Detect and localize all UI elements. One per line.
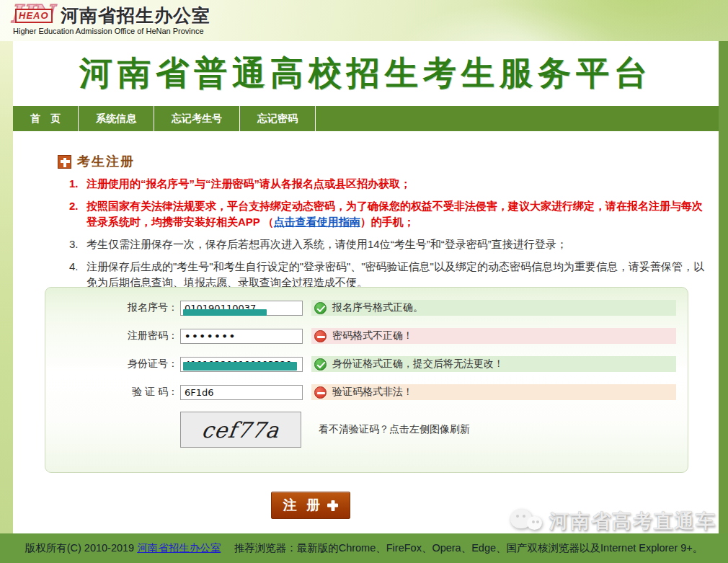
wechat-eye <box>536 520 539 523</box>
wechat-eye <box>516 515 519 518</box>
watermark-text: 河南省高考直通车 <box>549 508 716 534</box>
wechat-icon <box>509 506 543 536</box>
registration-password-label: 注册密码： <box>45 329 178 342</box>
recommended-browsers-text: 推荐浏览器：最新版的Chrome、FireFox、Opera、Edge、国产双核… <box>223 541 703 555</box>
instruction-text: 注册使用的“报名序号”与“注册密码”请从各报名点或县区招办获取； <box>86 176 411 192</box>
success-icon <box>314 302 327 314</box>
section-title: 考生注册 <box>77 153 135 170</box>
org-name-cn: 河南省招生办公室 <box>61 4 210 27</box>
captcha-code: cef77a <box>200 417 282 443</box>
instruction-number: 2. <box>69 198 86 230</box>
registration-serial-wrap <box>180 301 303 316</box>
captcha-image[interactable]: cef77a <box>180 412 301 448</box>
instruction-text: 按照国家有关法律法规要求，平台支持绑定动态密码，为了确保您的权益不受非法侵害，建… <box>86 198 708 230</box>
usage-guide-link[interactable]: 点击查看使用指南 <box>274 216 360 228</box>
plus-icon <box>327 500 338 511</box>
instruction-item: 1. 注册使用的“报名序号”与“注册密码”请从各报名点或县区招办获取； <box>69 176 708 192</box>
id-number-label: 身份证号： <box>45 358 178 371</box>
title-band: 河南省普通高校招生考生服务平台 <box>13 41 719 106</box>
instruction-number: 3. <box>69 236 86 252</box>
footer: 版权所有(C) 2010-2019 河南省招生办公室 推荐浏览器：最新版的Chr… <box>0 533 728 563</box>
heao-logo: HN HEAO <box>10 2 58 27</box>
status-message: 密码格式不正确！ <box>311 328 676 344</box>
status-message: 验证码格式非法！ <box>311 384 676 400</box>
registration-form-panel: 报名序号： 报名序号格式正确。 注册密码： 密码格式不正确！ <box>45 287 688 473</box>
register-button[interactable]: 注 册 <box>271 492 350 519</box>
org-name-en: Higher Education Admission Office of HeN… <box>13 27 204 35</box>
instruction-text-after: ）的手机； <box>360 216 414 228</box>
instruction-number: 4. <box>69 259 86 291</box>
redaction-bar <box>183 309 267 316</box>
section-header: 考生注册 <box>58 153 135 170</box>
error-icon <box>314 386 327 399</box>
main-content: 考生注册 1. 注册使用的“报名序号”与“注册密码”请从各报名点或县区招办获取；… <box>13 131 719 533</box>
id-number-wrap <box>180 357 303 372</box>
status-text: 验证码格式非法！ <box>332 386 413 399</box>
captcha-input[interactable] <box>180 385 303 400</box>
wechat-watermark: 河南省高考直通车 <box>509 506 716 536</box>
error-icon <box>314 330 327 342</box>
form-row-registration-serial: 报名序号： 报名序号格式正确。 <box>45 299 688 316</box>
instruction-text: 注册保存后生成的"考生号"和考生自行设定的"登录密码"、"密码验证信息"以及绑定… <box>86 259 708 291</box>
nav-item-forgot-password[interactable]: 忘记密码 <box>240 106 316 131</box>
register-button-label: 注 册 <box>283 496 323 515</box>
form-row-captcha: 验 证 码： 验证码格式非法！ <box>45 384 688 401</box>
captcha-input-wrap <box>180 385 303 400</box>
instruction-item: 2. 按照国家有关法律法规要求，平台支持绑定动态密码，为了确保您的权益不受非法侵… <box>69 198 708 230</box>
copyright-text: 版权所有(C) 2010-2019 <box>25 541 135 555</box>
status-text: 报名序号格式正确。 <box>332 301 423 314</box>
footer-org-link[interactable]: 河南省招生办公室 <box>137 541 221 555</box>
instruction-item: 4. 注册保存后生成的"考生号"和考生自行设定的"登录密码"、"密码验证信息"以… <box>69 259 708 291</box>
registration-password-wrap <box>180 329 303 344</box>
instruction-text: 考生仅需注册保存一次，保存后若想再次进入系统，请使用14位“考生号”和“登录密码… <box>86 236 567 252</box>
left-border-strip <box>0 41 13 533</box>
registration-password-input[interactable] <box>180 329 303 344</box>
wechat-eye <box>532 520 535 523</box>
right-border-strip <box>719 41 728 533</box>
nav-item-forgot-examinee-no[interactable]: 忘记考生号 <box>154 106 240 131</box>
redaction-bar <box>183 362 297 371</box>
success-icon <box>314 358 327 371</box>
top-banner: HN HEAO 河南省招生办公室 Higher Education Admiss… <box>0 0 728 41</box>
plus-icon <box>58 155 71 169</box>
wechat-eye <box>523 515 525 518</box>
page-title: 河南省普通高校招生考生服务平台 <box>79 51 652 96</box>
registration-serial-label: 报名序号： <box>45 301 178 314</box>
form-row-id-number: 身份证号： 身份证格式正确，提交后将无法更改！ <box>45 355 688 373</box>
form-row-registration-password: 注册密码： 密码格式不正确！ <box>45 327 688 345</box>
captcha-label: 验 证 码： <box>45 386 178 399</box>
status-message: 身份证格式正确，提交后将无法更改！ <box>311 356 676 372</box>
instruction-number: 1. <box>69 176 86 192</box>
captcha-refresh-hint: 看不清验证码？点击左侧图像刷新 <box>319 423 470 436</box>
captcha-row: cef77a 看不清验证码？点击左侧图像刷新 <box>180 412 470 448</box>
instruction-list: 1. 注册使用的“报名序号”与“注册密码”请从各报名点或县区招办获取； 2. 按… <box>69 176 708 297</box>
main-nav: 首 页 系统信息 忘记考生号 忘记密码 <box>13 106 719 131</box>
status-text: 身份证格式正确，提交后将无法更改！ <box>332 358 504 371</box>
instruction-item: 3. 考生仅需注册保存一次，保存后若想再次进入系统，请使用14位“考生号”和“登… <box>69 236 708 252</box>
page: HN HEAO 河南省招生办公室 Higher Education Admiss… <box>0 0 728 563</box>
status-text: 密码格式不正确！ <box>332 329 413 342</box>
heao-logo-badge: HEAO <box>15 9 53 23</box>
nav-item-home[interactable]: 首 页 <box>13 106 79 131</box>
status-message: 报名序号格式正确。 <box>311 300 676 316</box>
wechat-bubble-small <box>527 516 542 530</box>
nav-item-system-info[interactable]: 系统信息 <box>79 106 154 131</box>
